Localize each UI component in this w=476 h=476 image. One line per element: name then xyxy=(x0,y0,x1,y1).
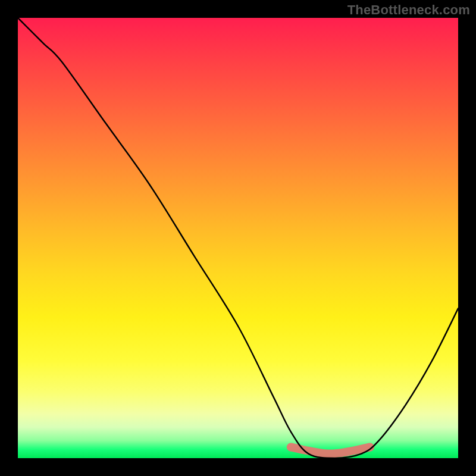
bottleneck-curve xyxy=(18,18,458,458)
watermark-text: TheBottleneck.com xyxy=(347,2,470,18)
curve-svg xyxy=(18,18,458,458)
chart-frame: TheBottleneck.com xyxy=(0,0,476,476)
plot-area xyxy=(18,18,458,458)
